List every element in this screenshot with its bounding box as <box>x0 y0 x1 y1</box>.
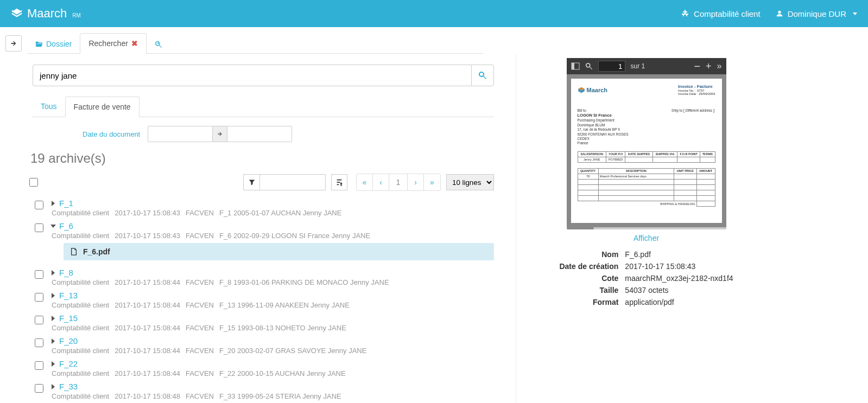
result-title[interactable]: F_33 <box>59 382 78 391</box>
expand-caret-icon[interactable] <box>50 225 56 228</box>
result-checkbox[interactable] <box>35 384 43 393</box>
select-all-checkbox[interactable] <box>29 178 38 187</box>
arrow-right-icon <box>10 40 17 47</box>
meta-taille: 54037 octets <box>625 285 733 296</box>
result-title[interactable]: F_8 <box>59 268 73 277</box>
result-meta: Comptabilité client2017-10-17 15:08:44FA… <box>52 347 494 355</box>
meta-table: NomF_6.pdf Date de création2017-10-17 15… <box>558 248 734 309</box>
result-title[interactable]: F_22 <box>59 359 78 368</box>
search-button[interactable] <box>471 65 494 86</box>
org-switcher[interactable]: Comptabilité client <box>681 9 761 18</box>
sidebar-toggle-button[interactable] <box>5 35 22 52</box>
brand-logo-icon <box>11 8 23 20</box>
tab-dossier[interactable]: Dossier <box>27 34 80 54</box>
result-attachment[interactable]: F_6.pdf <box>64 243 494 260</box>
tab-rechercher[interactable]: Rechercher ✖ <box>80 33 146 54</box>
pdf-page: Maarch Invoice - Facture Invoice No. : 6… <box>571 79 722 223</box>
user-menu[interactable]: Dominique DUR <box>776 9 857 18</box>
pager-first-button[interactable]: « <box>357 174 373 190</box>
result-row: F_20Comptabilité client2017-10-17 15:08:… <box>33 334 494 357</box>
expand-caret-icon[interactable] <box>52 270 55 276</box>
result-checkbox[interactable] <box>35 201 43 209</box>
docdate-label: Date du document <box>83 130 140 138</box>
result-meta: Comptabilité client2017-10-17 15:08:44FA… <box>52 278 494 286</box>
preview-pane: sur 1 − + » Maarch Invoice - Facture <box>516 54 776 402</box>
pager-current: 1 <box>389 174 408 190</box>
tab-dossier-label: Dossier <box>46 40 72 48</box>
arrow-right-icon <box>213 126 227 142</box>
result-row: F_13Comptabilité client2017-10-17 15:08:… <box>33 289 494 311</box>
meta-cote: maarchRM_oxz3ej-2182-nxd1f4 <box>625 273 733 284</box>
topbar-right: Comptabilité client Dominique DUR <box>681 9 857 18</box>
pdf-page-input[interactable] <box>598 61 625 72</box>
pager-next-button[interactable]: › <box>408 174 424 190</box>
tab-rechercher-label: Rechercher <box>88 39 128 48</box>
result-title[interactable]: F_1 <box>59 199 73 208</box>
pager: « ‹ 1 › » <box>356 174 441 191</box>
user-label: Dominique DUR <box>788 9 846 18</box>
sort-button[interactable] <box>331 174 347 190</box>
topbar: Maarch RM Comptabilité client Dominique … <box>0 0 868 27</box>
result-meta: Comptabilité client2017-10-17 15:08:43FA… <box>52 209 494 217</box>
date-from-input[interactable] <box>148 126 213 142</box>
pager-last-button[interactable]: » <box>424 174 440 190</box>
result-row: F_1Comptabilité client2017-10-17 15:08:4… <box>33 196 494 219</box>
filter-icon <box>249 179 255 185</box>
pager-prev-button[interactable]: ‹ <box>373 174 389 190</box>
result-title[interactable]: F_15 <box>59 314 78 323</box>
results-list: F_1Comptabilité client2017-10-17 15:08:4… <box>33 196 494 402</box>
result-checkbox[interactable] <box>35 270 43 279</box>
result-meta: Comptabilité client2017-10-17 15:08:44FA… <box>52 301 494 309</box>
subtab-tous[interactable]: Tous <box>33 97 65 117</box>
subtab-facven[interactable]: Facture de vente <box>65 97 140 117</box>
result-row: F_8Comptabilité client2017-10-17 15:08:4… <box>33 266 494 289</box>
pdf-preview[interactable]: Maarch Invoice - Facture Invoice No. : 6… <box>567 74 726 227</box>
zoom-out-button[interactable]: − <box>694 61 700 72</box>
filter-button[interactable] <box>243 174 259 190</box>
zoom-in-button[interactable]: + <box>706 61 712 71</box>
date-to-input[interactable] <box>227 126 292 142</box>
date-range <box>148 126 292 142</box>
pdf-scrollbar[interactable] <box>567 227 726 229</box>
filter-input[interactable] <box>259 174 326 190</box>
meta-nom: F_6.pdf <box>625 249 733 260</box>
result-checkbox[interactable] <box>35 338 43 347</box>
result-row: F_6Comptabilité client2017-10-17 15:08:4… <box>33 219 494 266</box>
search-input[interactable] <box>33 65 471 86</box>
expand-caret-icon[interactable] <box>52 293 55 298</box>
user-icon <box>776 10 783 17</box>
search-plus-icon <box>155 41 162 48</box>
expand-caret-icon[interactable] <box>52 338 55 344</box>
sort-icon <box>335 178 343 186</box>
afficher-link[interactable]: Afficher <box>633 234 659 242</box>
result-title[interactable]: F_20 <box>59 336 78 346</box>
expand-caret-icon[interactable] <box>52 201 55 206</box>
search-pane: Tous Facture de vente Date du document 1… <box>5 54 494 402</box>
result-row: F_15Comptabilité client2017-10-17 15:08:… <box>33 311 494 334</box>
sidebar-icon[interactable] <box>571 62 580 71</box>
brand-sub: RM <box>72 12 81 18</box>
sitemap-icon <box>681 9 689 18</box>
file-icon <box>70 248 78 255</box>
result-checkbox[interactable] <box>35 361 43 370</box>
pagesize-select[interactable]: 10 lignes <box>446 174 494 190</box>
result-row: F_22Comptabilité client2017-10-17 15:08:… <box>33 357 494 380</box>
result-title[interactable]: F_13 <box>59 291 78 300</box>
search-icon[interactable] <box>585 62 593 70</box>
pdf-more-button[interactable]: » <box>717 61 722 71</box>
expand-caret-icon[interactable] <box>52 316 55 321</box>
result-checkbox[interactable] <box>35 316 43 324</box>
pdf-toolbar: sur 1 − + » <box>567 58 726 74</box>
svg-rect-1 <box>572 63 574 69</box>
tab-new-search[interactable] <box>147 35 170 54</box>
invoice-logo: Maarch <box>578 84 608 95</box>
expand-caret-icon[interactable] <box>52 361 55 367</box>
brand[interactable]: Maarch RM <box>11 7 81 21</box>
results-count: 19 archive(s) <box>30 151 494 166</box>
close-icon[interactable]: ✖ <box>131 39 138 48</box>
result-checkbox[interactable] <box>35 223 43 232</box>
brand-name: Maarch <box>27 7 67 21</box>
result-title[interactable]: F_6 <box>59 221 73 231</box>
expand-caret-icon[interactable] <box>52 384 55 389</box>
result-checkbox[interactable] <box>35 293 43 302</box>
